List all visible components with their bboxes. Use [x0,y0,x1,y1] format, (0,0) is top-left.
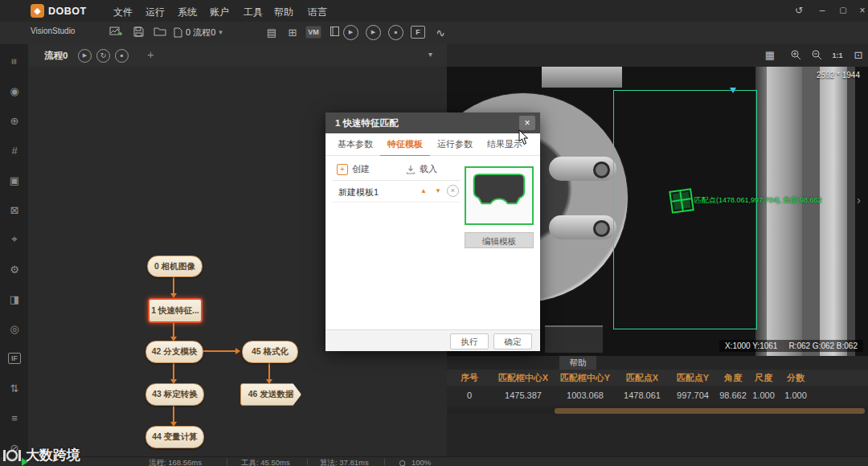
table-h-scrollbar[interactable] [447,407,868,415]
region-select-icon[interactable]: ▣ [6,171,23,189]
tab-feature-template[interactable]: 特征模板 [380,133,430,157]
fill-icon[interactable]: ◨ [6,290,23,308]
topology-icon[interactable]: ⊞ [285,26,301,40]
col-match-y: 匹配点Y [669,372,717,384]
zoom-actual-button[interactable]: 1:1 [829,49,845,62]
fast-feature-match-dialog: 1 快速特征匹配 × 基本参数 特征模板 运行参数 结果显示 + 创建 载入 新… [326,112,540,350]
flow-node-send-data[interactable]: 46 发送数据 [240,383,301,406]
machine-base [545,325,603,353]
move-down-icon[interactable]: ▼ [435,187,441,194]
chevron-down-icon: ▾ [219,28,223,36]
load-icon [406,165,416,174]
delete-template-icon[interactable]: × [447,185,459,197]
menu-help[interactable]: 帮助 [274,6,293,19]
flow-tab-title[interactable]: 流程0 [44,50,68,62]
template-match-icon[interactable]: ⊠ [6,201,23,219]
menu-tools[interactable]: 工具 [244,6,263,19]
list-stack-icon[interactable]: ≡ [6,409,23,427]
tab-basic-params[interactable]: 基本参数 [330,133,380,155]
edit-template-button[interactable]: 编辑模板 [465,232,534,248]
template-list-item[interactable]: 新建模板1 ▲ ▼ × [332,181,461,202]
machine-frame-top [542,67,622,88]
confirm-button[interactable]: 确定 [493,333,532,350]
view-grid-icon[interactable]: ▦ [762,49,778,62]
dialog-tab-bar: 基本参数 特征模板 运行参数 结果显示 [326,133,540,156]
execute-button[interactable]: 执行 [450,333,489,350]
run-continuous-button[interactable]: ▶ [343,25,358,40]
col-box-center-x: 匹配框中心X [492,372,555,384]
fit-view-icon[interactable]: ⊡ [850,49,866,62]
history-icon[interactable]: ↺ [790,4,808,17]
process-selector[interactable]: 0 流程0 ▾ [174,25,223,39]
result-table-row[interactable]: 0 1475.387 1003.068 1478.061 997.704 98.… [447,386,868,405]
flow-node-camera[interactable]: 0 相机图像 [147,255,203,277]
close-icon[interactable]: × [854,4,868,17]
status-tool-time: 工具: 45.50ms [241,458,290,466]
dialog-close-icon[interactable]: × [519,116,535,130]
f-block-button[interactable]: F [411,26,425,39]
scrollbar-thumb[interactable] [555,408,865,414]
pixel-info-bar: X:1000 Y:1061 R:062 G:062 B:062 [719,340,863,352]
pixel-xy-label: X:1000 Y:1061 [725,341,777,350]
io-grid-icon[interactable]: # [6,141,23,159]
open-folder-icon[interactable] [152,26,168,40]
log-book-icon[interactable] [326,26,342,40]
menu-run[interactable]: 运行 [145,6,165,19]
sliders-icon[interactable]: ≡ [6,52,23,70]
status-zoom-icon[interactable] [399,457,407,466]
flow-node-branch[interactable]: 42 分支模块 [145,341,203,363]
run-once-button[interactable]: ▶ [366,25,381,40]
col-score: 分数 [778,372,813,384]
flow-header-chevron-icon[interactable]: ▾ [428,50,432,59]
cell-score: 1.000 [778,390,813,400]
curve-tool-icon[interactable]: ∿ [432,26,448,40]
brand-name: DOBOT [48,6,87,17]
flow-node-format[interactable]: 45 格式化 [242,341,298,363]
locate-icon[interactable]: ⊕ [6,112,23,129]
template-preview[interactable] [465,166,534,225]
layers-icon[interactable]: ▤ [264,26,280,40]
create-template-button[interactable]: + 创建 [337,163,370,175]
match-marker [669,188,694,214]
col-index: 序号 [447,372,492,384]
flow-loop-icon[interactable]: ↻ [96,49,110,63]
pixel-rgb-label: R:062 G:062 B:062 [788,341,858,350]
flow-node-calibration[interactable]: 43 标定转换 [145,383,204,406]
flow-node-variable-calc[interactable]: 44 变量计算 [145,426,204,448]
flow-run-icon[interactable]: ▶ [78,49,92,63]
caliper-icon[interactable]: ⌖ [6,231,23,248]
load-template-button[interactable]: 载入 [406,163,437,175]
cell-scale: 1.000 [749,390,778,400]
if-branch-icon[interactable]: IF [6,350,23,367]
tab-run-params[interactable]: 运行参数 [430,133,480,155]
sort-flow-icon[interactable]: ⇅ [6,379,23,397]
flow-stop-icon[interactable]: ■ [115,49,129,63]
status-algo-time: 算法: 37.81ms [320,458,369,466]
camera-icon[interactable]: ◉ [6,82,23,100]
menu-account[interactable]: 账户 [210,6,229,19]
cell-index: 0 [447,390,492,400]
clamp-hole-icon [593,161,610,178]
rail [767,67,802,356]
menu-system[interactable]: 系统 [178,6,197,19]
roi-direction-marker [730,88,736,93]
tab-help[interactable]: 帮助 [559,356,596,370]
zoom-in-icon[interactable] [788,49,804,62]
stop-button[interactable]: ■ [388,25,403,40]
status-zoom-level[interactable]: 100% [411,458,431,466]
vm-icon[interactable]: VM [305,26,321,39]
zoom-out-icon[interactable] [809,49,825,62]
menu-language[interactable]: 语言 [308,6,327,19]
maximize-icon[interactable]: ▢ [834,4,852,17]
menu-file[interactable]: 文件 [113,6,133,19]
circle-detect-icon[interactable]: ◎ [6,320,23,337]
add-image-icon[interactable] [108,26,124,40]
flow-node-fast-feature-match[interactable]: 1 快速特征... [148,298,203,323]
save-icon[interactable] [130,26,146,40]
minimize-icon[interactable]: – [813,4,831,17]
settings-tool-icon[interactable]: ⚙ [6,260,23,278]
cell-box-center-y: 1003.068 [555,390,616,400]
panel-expand-chevron[interactable]: › [857,193,861,206]
move-up-icon[interactable]: ▲ [420,187,427,194]
add-flow-tab-button[interactable]: + [147,47,154,61]
